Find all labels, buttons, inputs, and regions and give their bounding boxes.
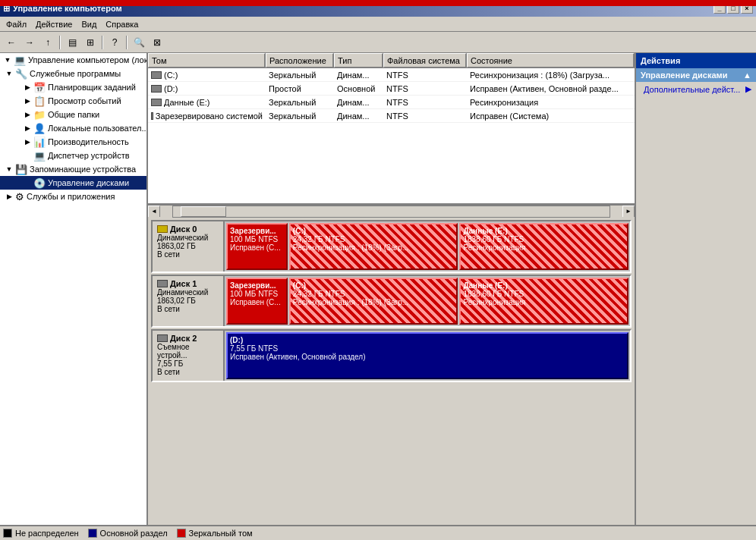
menu-file[interactable]: Файл [2,18,31,30]
tree-panel: ▼ 💻 Управление компьютером (лока... ▼ 🔧 … [0,53,148,525]
list-body: (C:) Зеркальный Динам... NTFS Ресинхрони… [148,68,635,203]
col-status[interactable]: Состояние [467,53,635,68]
tree-services-label: Служебные программы [30,69,121,78]
col-rasp[interactable]: Расположение [266,53,334,68]
disk-label-1: Диск 1 Динамический 1863,02 ГБ В сети [153,276,225,326]
disk-row-2: Диск 2 Съемное устрой... 7,55 ГБ В сети … [151,329,632,382]
legend-box-0 [3,529,12,538]
tree-item-perf[interactable]: ▶ 📊 Производительность [0,135,146,149]
actions-section-title[interactable]: Управление дисками ▲ [636,68,756,82]
list-row[interactable]: (C:) Зеркальный Динам... NTFS Ресинхрони… [148,68,635,82]
partition-0-2[interactable]: Данные (E:) 1838,60 ГБ NTFS Ресинхрониза… [459,223,628,270]
col-tom[interactable]: Том [148,53,266,68]
right-panel: Том Расположение Тип Файловая система Со… [148,53,635,525]
disk-1-partitions: Зарезерви... 100 МБ NTFS Исправен (С... … [225,276,630,326]
tree-expand-events[interactable]: ▶ [21,95,33,107]
partition-0-0[interactable]: Зарезерви... 100 МБ NTFS Исправен (С... [226,223,288,270]
tree-expand-storage[interactable]: ▼ [3,163,15,175]
partition-1-2[interactable]: Данные (E:) 1838,60 ГБ NTFS Ресинхрониза… [459,278,628,325]
storage-icon: 💾 [15,164,27,175]
help-button[interactable]: ? [106,34,123,51]
tree-expand-services[interactable]: ▼ [3,68,15,80]
list-row[interactable]: Зарезервировано системой Зеркальный Дина… [148,109,635,123]
computer-icon: 💻 [14,55,26,66]
search-button[interactable]: 🔍 [131,34,147,51]
scheduler-icon: 📅 [33,82,46,93]
tree-expand-perf[interactable]: ▶ [21,136,33,148]
disk-row-0: Диск 0 Динамический 1863,02 ГБ В сети За… [151,220,632,273]
scroll-right-button[interactable]: ► [622,206,635,218]
disk-icon-small [151,99,162,106]
main-container: ▼ 💻 Управление компьютером (лока... ▼ 🔧 … [0,53,756,525]
legend-box-2 [177,529,186,538]
disk-view: Диск 0 Динамический 1863,02 ГБ В сети За… [148,217,635,525]
col-fs[interactable]: Файловая система [383,53,467,68]
tree-expand-diskmanagement[interactable] [21,177,33,189]
tree-item-storage[interactable]: ▼ 💾 Запоминающие устройства [0,162,146,176]
tree-item-events[interactable]: ▶ 📋 Просмотр событий [0,94,146,108]
disk-icon-0 [157,225,168,233]
cell-tom-2: Данные (E:) [148,98,266,107]
partition-1-1[interactable]: (C:) 24,32 ГБ NTFS Ресинхронизация : (18… [289,278,458,325]
menu-action[interactable]: Действие [31,18,77,30]
tree-disk-label: Управление дисками [48,178,129,187]
cell-fs-0: NTFS [383,71,467,80]
tree-item-users[interactable]: ▶ 👤 Локальные пользовател... [0,121,146,135]
cell-tom-0: (C:) [148,71,266,80]
tree-root[interactable]: ▼ 💻 Управление компьютером (лока... [0,53,146,67]
cell-rasp-0: Зеркальный [266,71,334,80]
users-icon: 👤 [33,123,46,134]
tree-expand-svcapps[interactable]: ▶ [3,190,15,202]
services-icon: 🔧 [15,68,27,80]
up-button[interactable]: ↑ [39,34,56,51]
status-bar: Не распределен Основной раздел Зеркальны… [0,525,756,540]
tree-item-devices[interactable]: 💻 Диспетчер устройств [0,149,146,162]
tree-item-services[interactable]: ▼ 🔧 Служебные программы [0,67,146,80]
action-link-0[interactable]: Дополнительные дейст... ▶ [636,82,756,96]
scrollbar-horizontal[interactable] [172,206,610,218]
scrollbar-thumb[interactable] [181,206,226,217]
col-tip[interactable]: Тип [334,53,383,68]
tree-expand-root[interactable]: ▼ [2,54,14,66]
events-icon: 📋 [33,96,46,107]
tree-root-label: Управление компьютером (лока... [28,55,148,64]
tree-expand-users[interactable]: ▶ [21,122,33,134]
list-row[interactable]: Данные (E:) Зеркальный Динам... NTFS Рес… [148,96,635,109]
list-row[interactable]: (D:) Простой Основной NTFS Исправен (Акт… [148,82,635,96]
cell-status-2: Ресинхронизация [467,98,635,107]
menu-bar: Файл Действие Вид Справка [0,17,756,32]
tree-item-svcapps[interactable]: ▶ ⚙ Службы и приложения [0,190,146,203]
properties-button[interactable]: ⊞ [82,34,99,51]
partition-0-1[interactable]: (C:) 24,32 ГБ NTFS Ресинхронизация : (18… [289,223,458,270]
disk-label-2: Диск 2 Съемное устрой... 7,55 ГБ В сети [153,331,225,381]
tree-item-folders[interactable]: ▶ 📁 Общие папки [0,108,146,121]
menu-help[interactable]: Справка [101,18,143,30]
disk-label-0: Диск 0 Динамический 1863,02 ГБ В сети [153,221,225,272]
list-header: Том Расположение Тип Файловая система Со… [148,53,635,68]
show-hide-button[interactable]: ▤ [64,34,80,51]
disk-icon: 💿 [33,177,46,189]
partition-1-0[interactable]: Зарезерви... 100 МБ NTFS Исправен (С... [226,278,288,325]
tree-item-diskmanagement[interactable]: 💿 Управление дисками [0,176,146,190]
disk-2-partitions: (D:) 7,55 ГБ NTFS Исправен (Активен, Осн… [225,331,630,381]
toolbar-separator-3 [126,36,128,49]
toolbar-separator-1 [59,36,61,49]
legend-item-1: Основной раздел [88,529,168,538]
disk-icon-small [151,85,162,93]
scroll-left-button[interactable]: ◄ [148,206,160,218]
tree-expand-folders[interactable]: ▶ [21,108,33,121]
action-arrow-icon: ▶ [745,84,751,94]
tree-item-scheduler[interactable]: ▶ 📅 Планировщик заданий [0,80,146,94]
disk-0-partitions: Зарезерви... 100 МБ NTFS Исправен (С... … [225,221,630,272]
tree-expand-scheduler[interactable]: ▶ [21,81,33,93]
cell-status-3: Исправен (Система) [467,111,635,121]
scroll-area: ◄ ► [148,205,635,217]
cell-fs-2: NTFS [383,98,467,107]
menu-view[interactable]: Вид [77,18,101,30]
forward-button[interactable]: → [21,34,38,51]
tree-expand-devices[interactable] [21,149,33,162]
extra-button[interactable]: ⊠ [149,34,165,51]
back-button[interactable]: ← [3,34,20,51]
partition-2-0[interactable]: (D:) 7,55 ГБ NTFS Исправен (Активен, Осн… [226,332,628,379]
disk-icon-2 [157,334,168,342]
